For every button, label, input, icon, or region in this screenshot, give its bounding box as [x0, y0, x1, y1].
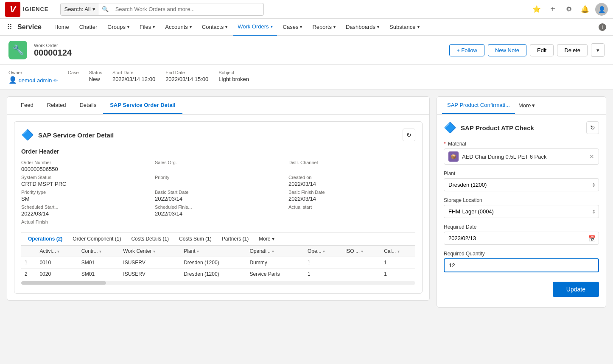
nav-item-contacts[interactable]: Contacts▾ — [198, 19, 232, 36]
col-activity[interactable]: Activi... ▾ — [36, 246, 78, 257]
follow-button[interactable]: + Follow — [449, 44, 484, 56]
col-operation[interactable]: Operati... ▾ — [246, 246, 304, 257]
status-value: New — [89, 76, 102, 82]
end-date-field: End Date 2022/03/14 15:00 — [165, 70, 208, 84]
col-ope[interactable]: Ope... ▾ — [304, 246, 342, 257]
col-cal[interactable]: Cal... ▾ — [381, 246, 415, 257]
row2-num: 2 — [21, 269, 36, 280]
storage-select[interactable]: FHM-Lager (0004) — [444, 205, 599, 218]
favorites-icon[interactable]: ⭐ — [531, 3, 543, 15]
row1-ope: 1 — [304, 257, 342, 269]
record-subtitle: Work Order — [34, 43, 442, 48]
row1-num: 1 — [21, 257, 36, 269]
req-date-wrapper: 📅 — [444, 232, 599, 245]
grid-icon[interactable]: ⠿ — [7, 22, 12, 32]
chevron-substance-icon: ▾ — [417, 25, 420, 29]
row1-cal: 1 — [381, 257, 415, 269]
case-field: Case — [68, 70, 79, 84]
col-iso[interactable]: ISO ... ▾ — [342, 246, 381, 257]
nav-item-substance[interactable]: Substance▾ — [385, 19, 423, 36]
sched-start-field: Scheduled Start... 2022/03/14 — [21, 204, 148, 217]
chevron-cases-icon: ▾ — [300, 25, 302, 29]
left-tabs-bar: Feed Related Details SAP Service Order D… — [7, 97, 429, 115]
ops-tab-operations[interactable]: Operations (2) — [23, 232, 67, 245]
order-number-field: Order Number 000000506550 — [21, 160, 148, 172]
nav-item-reports[interactable]: Reports▾ — [308, 19, 340, 36]
subject-label: Subject — [218, 70, 249, 75]
actual-finish-field: Actual Finish — [21, 219, 148, 225]
plant-select[interactable]: Dresden (1200) — [444, 178, 599, 191]
owner-edit-icon[interactable]: ✏ — [53, 78, 58, 84]
owner-link[interactable]: demo4 admin — [19, 77, 52, 84]
sap-card-refresh-button[interactable]: ↻ — [403, 129, 415, 141]
search-type-label: Search: All — [64, 6, 90, 12]
edit-button[interactable]: Edit — [530, 44, 554, 56]
nav-item-workorders[interactable]: Work Orders▾ — [233, 19, 277, 36]
ops-tab-components[interactable]: Order Component (1) — [67, 232, 126, 245]
ops-table: Activi... ▾ Contr... ▾ Work Center ▾ — [21, 246, 415, 280]
right-tab-more[interactable]: More ▾ — [515, 97, 538, 114]
nav-item-cases[interactable]: Cases▾ — [279, 19, 307, 36]
ops-tab-costs-details[interactable]: Costs Details (1) — [126, 232, 174, 245]
chevron-contacts-icon: ▾ — [225, 25, 227, 29]
settings-icon[interactable]: ⚙ — [563, 3, 575, 15]
req-date-input[interactable] — [444, 232, 599, 245]
nav-item-home[interactable]: Home — [50, 19, 73, 36]
req-qty-input[interactable] — [444, 258, 599, 272]
nav-item-chatter[interactable]: Chatter — [75, 19, 102, 36]
start-date-field: Start Date 2022/03/14 12:00 — [112, 70, 155, 84]
col-control[interactable]: Contr... ▾ — [78, 246, 120, 257]
row1-iso — [342, 257, 381, 269]
tab-feed[interactable]: Feed — [14, 97, 40, 114]
col-work-center[interactable]: Work Center ▾ — [120, 246, 180, 257]
main-layout: Feed Related Details SAP Service Order D… — [0, 90, 613, 314]
notifications-icon[interactable]: 🔔 — [579, 3, 591, 15]
row2-plant: Dresden (1200) — [180, 269, 246, 280]
sap-card-header: 🔷 SAP Service Order Detail ↻ — [21, 129, 415, 141]
right-tab-confirmati[interactable]: SAP Product Confirmati... — [442, 97, 515, 114]
material-field[interactable]: 📦 AED Chai During 0.5L PET 6 Pack ✕ — [444, 148, 599, 165]
material-label: * Material — [444, 141, 599, 147]
table-row: 2 0020 SM01 ISUSERV Dresden (1200) Servi… — [21, 269, 415, 280]
update-button[interactable]: Update — [553, 282, 599, 297]
right-card-header: 🔷 SAP Product ATP Check ↻ — [444, 121, 599, 134]
sort-ope-icon: ▾ — [323, 249, 325, 254]
table-scrollbar-thumb — [21, 281, 106, 285]
col-plant[interactable]: Plant ▾ — [180, 246, 246, 257]
chevron-files-icon: ▾ — [153, 25, 155, 29]
tab-related[interactable]: Related — [40, 97, 73, 114]
ops-tabs-bar: Operations (2) Order Component (1) Costs… — [21, 232, 415, 246]
material-group: * Material 📦 AED Chai During 0.5L PET 6 … — [444, 141, 599, 165]
sap-service-order-card: 🔷 SAP Service Order Detail ↻ Order Heade… — [14, 121, 423, 294]
right-tabs-bar: SAP Product Confirmati... More ▾ — [437, 97, 606, 115]
add-icon[interactable]: + — [547, 3, 559, 15]
nav-item-files[interactable]: Files▾ — [135, 19, 159, 36]
search-icon: 🔍 — [99, 6, 111, 12]
ops-tab-costs-sum[interactable]: Costs Sum (1) — [174, 232, 217, 245]
new-note-button[interactable]: New Note — [488, 44, 526, 56]
nav-item-dashboards[interactable]: Dashboards▾ — [341, 19, 383, 36]
calendar-icon[interactable]: 📅 — [588, 235, 596, 242]
avatar[interactable]: 👤 — [595, 3, 608, 16]
record-icon: 🔧 — [8, 41, 27, 59]
nav-item-accounts[interactable]: Accounts▾ — [161, 19, 196, 36]
tab-details[interactable]: Details — [73, 97, 103, 114]
nav-item-groups[interactable]: Groups▾ — [103, 19, 134, 36]
material-clear-button[interactable]: ✕ — [589, 153, 594, 160]
table-scrollbar[interactable] — [21, 281, 415, 285]
info-icon[interactable]: i — [599, 23, 606, 31]
ops-tab-more[interactable]: More ▾ — [254, 232, 280, 245]
right-card-refresh-button[interactable]: ↻ — [586, 121, 599, 134]
col-num — [21, 246, 36, 257]
delete-button[interactable]: Delete — [557, 44, 588, 56]
row2-iso — [342, 269, 381, 280]
ops-tab-partners[interactable]: Partners (1) — [217, 232, 254, 245]
search-input[interactable] — [111, 6, 247, 12]
search-type-dropdown[interactable]: Search: All ▾ — [61, 3, 99, 15]
logo-area[interactable]: V IGIENCE — [5, 2, 48, 17]
row1-operation: Dummy — [246, 257, 304, 269]
update-btn-container: Update — [444, 278, 599, 300]
tab-sap-service-order[interactable]: SAP Service Order Detail — [103, 97, 182, 114]
record-dropdown-button[interactable]: ▾ — [591, 43, 605, 57]
chevron-down-icon: ▾ — [596, 47, 599, 53]
